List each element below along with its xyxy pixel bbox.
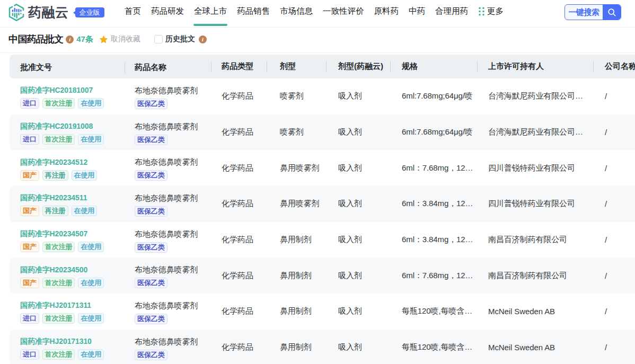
- approval-number-link[interactable]: 国药准字H20234507: [20, 229, 125, 239]
- drug-name: 布地奈德鼻喷雾剂: [135, 86, 211, 96]
- approval-tag: 在使用: [72, 170, 98, 181]
- dosage-form-pharnex-cell: 吸入剂: [326, 78, 390, 114]
- approval-tag: 首次注册: [42, 349, 75, 360]
- holder-cell: 台湾海默尼药业有限公司…: [477, 78, 593, 114]
- drug-name: 布地奈德鼻喷雾剂: [135, 229, 211, 239]
- holder-cell: 台湾海默尼药业有限公司…: [477, 114, 593, 150]
- spec-cell: 6ml:7.68mg;64μg/喷: [390, 78, 477, 114]
- result-count: 47条: [76, 34, 93, 45]
- search-button[interactable]: [603, 5, 621, 20]
- drug-name: 布地奈德鼻喷雾剂: [135, 337, 211, 347]
- approval-tags: 国产再注册在使用: [20, 206, 125, 216]
- dosage-form-pharnex-cell: 吸入剂: [326, 186, 390, 222]
- drug-name-cell: 布地奈德鼻喷雾剂 医保乙类: [125, 295, 211, 331]
- approval-tag: 国产: [20, 170, 39, 181]
- drug-type-cell: 化学药品: [211, 78, 267, 114]
- insurance-tag: 医保乙类: [135, 170, 167, 181]
- drug-tags: 医保乙类: [135, 99, 211, 109]
- approval-cell: 国药准字HJ20171311 进口首次注册在使用: [10, 295, 125, 331]
- table-body: 国药准字HC20181007 进口首次注册在使用 布地奈德鼻喷雾剂 医保乙类 化…: [10, 78, 635, 364]
- nav-item[interactable]: 合理用药: [435, 0, 468, 28]
- main-nav: 首页药品研发全球上市药品销售市场信息一致性评价原料药中药合理用药: [125, 0, 468, 28]
- approval-tag: 进口: [20, 349, 39, 360]
- nav-item[interactable]: 全球上市: [194, 0, 227, 28]
- approval-number-link[interactable]: 国药准字HC20191008: [20, 122, 125, 131]
- drug-tags: 医保乙类: [135, 206, 211, 217]
- nav-item[interactable]: 药品销售: [237, 0, 270, 28]
- drug-tags: 医保乙类: [135, 170, 211, 181]
- approval-tags: 进口首次注册在使用: [20, 349, 125, 360]
- nav-item[interactable]: 原料药: [374, 0, 399, 28]
- dosage-form-cell: 喷雾剂: [267, 78, 326, 114]
- table-row: 国药准字HJ20171310 进口首次注册在使用 布地奈德鼻喷雾剂 医保乙类 化…: [10, 330, 635, 364]
- approval-number-link[interactable]: 国药准字H20234511: [20, 193, 125, 203]
- approval-tags: 进口首次注册在使用: [20, 98, 125, 109]
- insurance-tag: 医保乙类: [135, 206, 167, 217]
- nav-item[interactable]: 首页: [125, 0, 141, 28]
- approval-number-link[interactable]: 国药准字H20234500: [20, 265, 125, 275]
- approval-tag: 进口: [20, 313, 39, 324]
- nav-item[interactable]: 药品研发: [151, 0, 184, 28]
- drug-name-cell: 布地奈德鼻喷雾剂 医保乙类: [125, 223, 211, 259]
- company-cell: /: [593, 330, 635, 364]
- table-row: 国药准字HC20181007 进口首次注册在使用 布地奈德鼻喷雾剂 医保乙类 化…: [10, 78, 635, 114]
- approval-tag: 首次注册: [42, 134, 75, 145]
- unfavorite-button[interactable]: 取消收藏: [111, 34, 140, 44]
- company-cell: /: [593, 150, 635, 186]
- approval-number-link[interactable]: 国药准字H20234512: [20, 158, 125, 167]
- approval-tags: 进口首次注册在使用: [20, 313, 125, 324]
- dosage-form-cell: 鼻用制剂: [267, 294, 326, 330]
- spec-cell: 每瓶120喷,每喷含…: [390, 330, 477, 364]
- favorite-star[interactable]: [99, 35, 108, 44]
- table-row: 国药准字H20234500 国产首次注册在使用 布地奈德鼻喷雾剂 医保乙类 化学…: [10, 258, 635, 294]
- nav-item[interactable]: 中药: [409, 0, 425, 28]
- approval-number-link[interactable]: 国药准字HJ20171311: [20, 301, 125, 310]
- page-title: 中国药品批文: [8, 33, 63, 46]
- company-cell: /: [593, 222, 635, 258]
- column-header: 公司名称: [593, 55, 635, 78]
- approval-number-link[interactable]: 国药准字HC20181007: [20, 86, 125, 95]
- insurance-tag: 医保乙类: [135, 314, 167, 324]
- spec-cell: 6ml：7.68mg，12…: [390, 150, 477, 186]
- holder-cell: 南昌百济制药有限公司: [477, 258, 593, 294]
- brand[interactable]: 药融云 企业版: [7, 3, 125, 22]
- nav-item[interactable]: 市场信息: [280, 0, 313, 28]
- approval-tag: 首次注册: [42, 313, 75, 324]
- company-cell: /: [593, 78, 635, 114]
- brand-name: 药融云: [28, 4, 69, 21]
- quick-search-label: 一键搜索: [565, 5, 603, 20]
- holder-cell: McNeil Sweden AB: [477, 330, 593, 364]
- info-icon[interactable]: i: [66, 35, 74, 43]
- company-cell: /: [593, 294, 635, 330]
- drug-type-cell: 化学药品: [211, 330, 267, 364]
- table-header: 批准文号药品名称药品类型剂型剂型(药融云)规格上市许可持有人公司名称: [10, 55, 635, 78]
- approval-tag: 首次注册: [42, 98, 75, 109]
- drug-tags: 医保乙类: [135, 278, 211, 288]
- column-header: 药品类型: [211, 55, 267, 78]
- history-label[interactable]: 历史批文: [165, 34, 195, 44]
- nav-more[interactable]: 更多: [479, 6, 504, 17]
- column-header: 剂型: [267, 55, 326, 78]
- column-header: 剂型(药融云): [326, 55, 390, 78]
- apps-grid-icon: [479, 7, 484, 16]
- approval-tag: 在使用: [78, 242, 104, 252]
- approval-tag: 进口: [20, 98, 39, 109]
- insurance-tag: 医保乙类: [135, 278, 167, 288]
- column-header: 上市许可持有人: [477, 55, 593, 78]
- approval-tag: 首次注册: [42, 278, 75, 288]
- history-checkbox[interactable]: [154, 35, 163, 43]
- column-header: 规格: [390, 55, 477, 78]
- holder-cell: 四川普锐特药业有限公司: [477, 150, 593, 186]
- dosage-form-pharnex-cell: 吸入剂: [326, 330, 390, 364]
- nav-item[interactable]: 一致性评价: [323, 0, 364, 28]
- drug-name-cell: 布地奈德鼻喷雾剂 医保乙类: [125, 187, 211, 223]
- approval-tag: 国产: [20, 278, 39, 288]
- page-toolbar: 中国药品批文 i 47条 取消收藏 历史批文 i: [0, 28, 635, 53]
- info-icon[interactable]: i: [199, 35, 207, 43]
- approval-number-link[interactable]: 国药准字HJ20171310: [20, 337, 125, 347]
- approval-tag: 在使用: [78, 98, 104, 109]
- spec-cell: 6ml：3.84mg，12…: [390, 186, 477, 222]
- dosage-form-pharnex-cell: 吸入剂: [326, 150, 390, 186]
- brand-edition-badge: 企业版: [75, 7, 104, 17]
- quick-search[interactable]: 一键搜索: [565, 4, 621, 20]
